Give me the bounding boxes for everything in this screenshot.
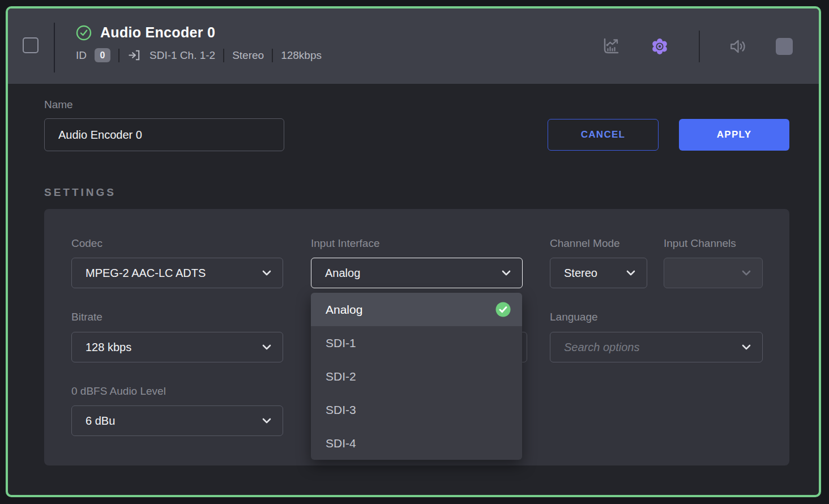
option-label: Analog bbox=[326, 303, 362, 317]
audio-level-label: 0 dBFS Audio Level bbox=[71, 385, 166, 398]
bitrate-summary: 128kbps bbox=[281, 49, 322, 62]
meta-divider bbox=[272, 49, 273, 62]
language-search-input[interactable] bbox=[550, 332, 762, 362]
channel-mode-select[interactable]: Stereo bbox=[550, 258, 647, 288]
id-label: ID bbox=[76, 49, 87, 62]
input-interface-value: Analog bbox=[325, 267, 360, 280]
channel-summary: Stereo bbox=[232, 49, 264, 62]
settings-heading: SETTINGS bbox=[44, 186, 116, 199]
header-divider bbox=[54, 23, 55, 72]
chevron-down-icon bbox=[262, 418, 271, 424]
apply-button[interactable]: APPLY bbox=[679, 119, 789, 151]
channel-mode-label: Channel Mode bbox=[550, 237, 620, 250]
input-channels-select bbox=[664, 258, 763, 288]
meta-divider bbox=[118, 49, 119, 62]
settings-panel: Codec Input Interface Channel Mode Input… bbox=[44, 209, 789, 465]
codec-label: Codec bbox=[71, 237, 102, 250]
input-interface-option[interactable]: SDI-4 bbox=[311, 426, 522, 460]
audio-level-value: 6 dBu bbox=[86, 415, 115, 428]
name-input[interactable] bbox=[44, 118, 284, 151]
chevron-down-icon bbox=[262, 270, 271, 276]
input-interface-select[interactable]: Analog bbox=[311, 258, 523, 288]
input-channels-label: Input Channels bbox=[664, 237, 736, 250]
header-main: Audio Encoder 0 ID 0 SDI-1 Ch. 1-2 Stere… bbox=[76, 24, 322, 62]
meta-divider bbox=[223, 49, 224, 62]
option-label: SDI-1 bbox=[326, 336, 356, 350]
chevron-down-icon bbox=[502, 270, 511, 276]
header-icons-divider bbox=[699, 31, 700, 62]
encoder-header: Audio Encoder 0 ID 0 SDI-1 Ch. 1-2 Stere… bbox=[8, 8, 819, 84]
chevron-down-icon bbox=[742, 270, 751, 276]
bitrate-label: Bitrate bbox=[71, 311, 102, 323]
check-icon bbox=[495, 302, 511, 317]
page-title: Audio Encoder 0 bbox=[100, 24, 215, 41]
chevron-down-icon bbox=[742, 344, 751, 350]
input-interface-label: Input Interface bbox=[311, 237, 379, 250]
chevron-down-icon bbox=[262, 344, 271, 350]
header-actions bbox=[601, 8, 793, 84]
input-interface-option[interactable]: SDI-2 bbox=[311, 360, 522, 393]
cancel-button[interactable]: CANCEL bbox=[548, 119, 659, 151]
input-source-icon bbox=[127, 48, 142, 62]
channel-mode-value: Stereo bbox=[564, 267, 597, 280]
gear-icon bbox=[649, 36, 670, 57]
option-label: SDI-4 bbox=[326, 437, 356, 450]
input-interface-option[interactable]: Analog bbox=[311, 293, 522, 326]
encoder-select-checkbox[interactable] bbox=[23, 37, 39, 53]
audio-monitor-button[interactable] bbox=[729, 37, 747, 55]
name-label: Name bbox=[44, 99, 73, 111]
option-label: SDI-2 bbox=[326, 370, 356, 383]
bitrate-value: 128 kbps bbox=[86, 341, 131, 354]
audio-level-select[interactable]: 6 dBu bbox=[71, 405, 283, 436]
input-interface-option[interactable]: SDI-1 bbox=[311, 326, 522, 360]
input-interface-menu: AnalogSDI-1SDI-2SDI-3SDI-4 bbox=[311, 293, 522, 460]
input-interface-option[interactable]: SDI-3 bbox=[311, 393, 522, 426]
encoder-meta: ID 0 SDI-1 Ch. 1-2 Stereo 128kbps bbox=[76, 48, 322, 62]
stop-button[interactable] bbox=[776, 38, 793, 55]
codec-value: MPEG-2 AAC-LC ADTS bbox=[86, 267, 206, 280]
stats-chart-button[interactable] bbox=[601, 37, 621, 55]
status-check-circle-icon bbox=[76, 25, 92, 41]
language-label: Language bbox=[550, 311, 598, 323]
encoder-settings-button[interactable] bbox=[649, 36, 670, 57]
chart-icon bbox=[601, 37, 621, 55]
chevron-down-icon bbox=[626, 270, 635, 276]
codec-select[interactable]: MPEG-2 AAC-LC ADTS bbox=[71, 258, 283, 288]
id-badge: 0 bbox=[95, 48, 110, 62]
stop-icon bbox=[776, 38, 793, 55]
speaker-icon bbox=[729, 37, 747, 55]
bitrate-select[interactable]: 128 kbps bbox=[71, 332, 283, 362]
audio-encoder-card: Audio Encoder 0 ID 0 SDI-1 Ch. 1-2 Stere… bbox=[6, 6, 821, 497]
option-label: SDI-3 bbox=[326, 403, 356, 417]
input-summary: SDI-1 Ch. 1-2 bbox=[149, 49, 215, 62]
language-combobox bbox=[550, 332, 763, 362]
